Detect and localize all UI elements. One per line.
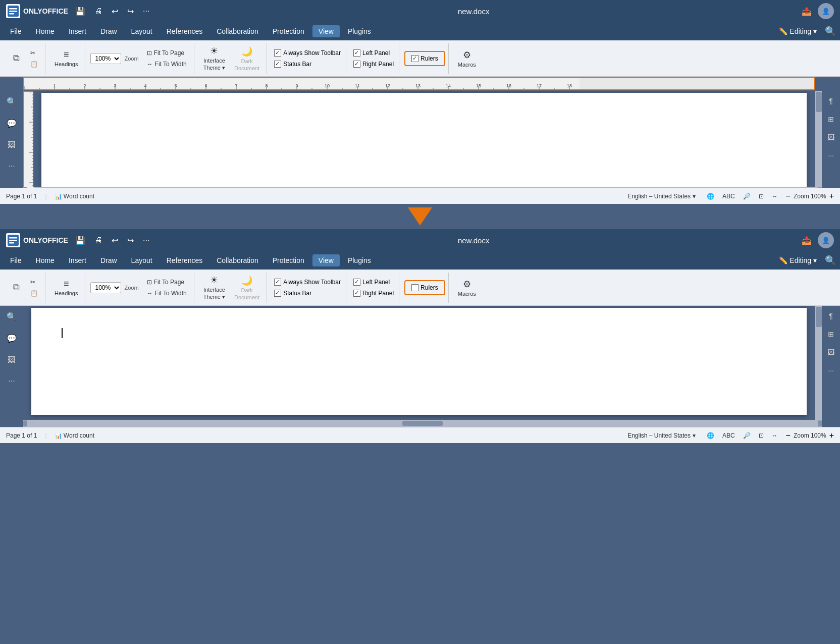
rulers-btn-1[interactable]: Rulers [404,51,445,66]
scrollbar-thumb-2[interactable] [816,307,822,327]
left-panel-cb-1[interactable]: Left Panel [351,48,392,58]
scrollbar-v-1[interactable] [815,91,822,187]
fit-to-width-btn-2[interactable]: ↔ Fit To Width [143,288,191,298]
scrollbar-h-2[interactable] [23,420,822,427]
language-btn-2[interactable]: English – United States ▾ [624,431,699,440]
doc-content-1[interactable] [41,93,807,174]
cut-btn-2[interactable]: ✂ [26,277,42,287]
menu-file-2[interactable]: File [4,254,28,266]
menu-collaboration-1[interactable]: Collaboration [211,25,265,37]
more-r-icon-1[interactable]: ··· [826,149,836,162]
menu-draw-1[interactable]: Draw [94,25,123,37]
app-logo-1[interactable]: ONLYOFFICE [6,4,68,18]
editing-btn-1[interactable]: ✏️ Editing ▾ [773,25,823,37]
image-r-icon-2[interactable]: 🖼 [825,346,836,358]
headings-btn-2[interactable]: ≡ Headings [50,274,82,302]
print-button-2[interactable]: 🖨 [92,234,104,247]
right-panel-cb-2[interactable]: Right Panel [351,289,396,298]
save-button-2[interactable]: 💾 [73,234,87,247]
copy-btn-1[interactable]: ⧉ [7,44,25,73]
fit-width-icon-2[interactable]: ↔ [772,432,778,439]
para-mark-icon-2[interactable]: ¶ [827,310,835,322]
scrollbar-h-1[interactable] [23,187,822,188]
more-sidebar-icon-1[interactable]: ··· [6,159,17,173]
menu-draw-2[interactable]: Draw [94,254,123,266]
menu-layout-1[interactable]: Layout [125,25,159,37]
menu-references-2[interactable]: References [161,254,209,266]
menu-references-1[interactable]: References [161,25,209,37]
app-logo-2[interactable]: ONLYOFFICE [6,233,68,247]
menu-plugins-1[interactable]: Plugins [342,25,377,37]
left-panel-cb-2[interactable]: Left Panel [351,278,392,287]
zoom-in-btn-2[interactable]: + [829,431,834,440]
spell-check-icon-2[interactable]: ABC [722,432,735,439]
zoom-select-1[interactable]: 100% 75% 150% [90,53,121,64]
search-sidebar-icon-2[interactable]: 🔍 [5,310,19,324]
menu-protection-1[interactable]: Protection [267,25,310,37]
scrollbar-v-2[interactable] [815,306,822,420]
interface-theme-btn-1[interactable]: ☀ Interface Theme ▾ [199,44,229,73]
menu-collaboration-2[interactable]: Collaboration [211,254,265,266]
dark-document-btn-2[interactable]: 🌙 Dark Document [230,274,264,302]
image-icon-2[interactable]: 🖼 [6,353,18,366]
more-button-2[interactable]: ··· [141,234,151,247]
track-changes-icon-1[interactable]: 🔎 [743,193,751,200]
fit-to-width-btn-1[interactable]: ↔ Fit To Width [143,59,191,69]
avatar-1[interactable]: 👤 [818,3,834,19]
fit-page-icon-2[interactable]: ⊡ [759,432,764,439]
more-r-icon-2[interactable]: ··· [826,364,836,377]
table-icon-2[interactable]: ⊞ [826,328,836,340]
zoom-select-2[interactable]: 100% 75% 150% [90,282,121,293]
image-r-icon-1[interactable]: 🖼 [825,131,836,143]
print-button-1[interactable]: 🖨 [92,5,104,18]
headings-btn-1[interactable]: ≡ Headings [50,44,82,73]
cut-btn-1[interactable]: ✂ [26,48,42,58]
avatar-2[interactable]: 👤 [818,232,834,248]
share-button-1[interactable]: 📤 [800,5,814,18]
search-sidebar-icon-1[interactable]: 🔍 [5,95,19,109]
doc-page-1[interactable] [41,93,807,187]
language-btn-1[interactable]: English – United States ▾ [624,192,699,201]
scrollbar-thumb-1[interactable] [816,92,822,112]
status-bar-cb-2[interactable]: Status Bar [272,289,313,298]
word-count-1[interactable]: 📊 Word count [55,193,95,200]
search-icon-2[interactable]: 🔍 [825,255,836,266]
globe-icon-2[interactable]: 🌐 [707,432,714,439]
zoom-out-btn-1[interactable]: − [786,192,791,201]
more-sidebar-icon-2[interactable]: ··· [6,374,17,388]
save-button-1[interactable]: 💾 [73,5,87,18]
paste-btn-1[interactable]: 📋 [26,59,42,69]
more-button-1[interactable]: ··· [141,5,151,18]
redo-button-1[interactable]: ↪ [125,5,136,18]
para-mark-icon-1[interactable]: ¶ [827,95,835,107]
always-show-toolbar-cb-1[interactable]: Always Show Toolbar [272,48,343,58]
search-icon-1[interactable]: 🔍 [825,26,836,37]
menu-insert-1[interactable]: Insert [63,25,92,37]
menu-insert-2[interactable]: Insert [63,254,92,266]
paste-btn-2[interactable]: 📋 [26,288,42,298]
menu-protection-2[interactable]: Protection [267,254,310,266]
doc-content-2[interactable] [31,308,807,389]
copy-btn-2[interactable]: ⧉ [7,274,25,302]
zoom-in-btn-1[interactable]: + [829,192,834,201]
redo-button-2[interactable]: ↪ [125,234,136,247]
fit-width-icon-1[interactable]: ↔ [772,193,778,200]
rulers-btn-2[interactable]: Rulers [404,280,445,295]
fit-to-page-btn-1[interactable]: ⊡ Fit To Page [143,48,191,58]
menu-home-1[interactable]: Home [30,25,61,37]
always-show-toolbar-cb-2[interactable]: Always Show Toolbar [272,278,343,287]
menu-plugins-2[interactable]: Plugins [342,254,377,266]
track-changes-icon-2[interactable]: 🔎 [743,432,751,439]
undo-button-2[interactable]: ↩ [110,234,120,247]
interface-theme-btn-2[interactable]: ☀ Interface Theme ▾ [199,274,229,302]
globe-icon-1[interactable]: 🌐 [707,193,714,200]
dark-document-btn-1[interactable]: 🌙 Dark Document [230,44,264,73]
word-count-2[interactable]: 📊 Word count [55,432,95,439]
status-bar-cb-1[interactable]: Status Bar [272,60,313,69]
macros-btn-2[interactable]: ⚙ Macros [454,274,480,302]
macros-btn-1[interactable]: ⚙ Macros [454,44,480,73]
menu-home-2[interactable]: Home [30,254,61,266]
right-panel-cb-1[interactable]: Right Panel [351,60,396,69]
fit-to-page-btn-2[interactable]: ⊡ Fit To Page [143,277,191,287]
share-button-2[interactable]: 📤 [800,234,814,247]
